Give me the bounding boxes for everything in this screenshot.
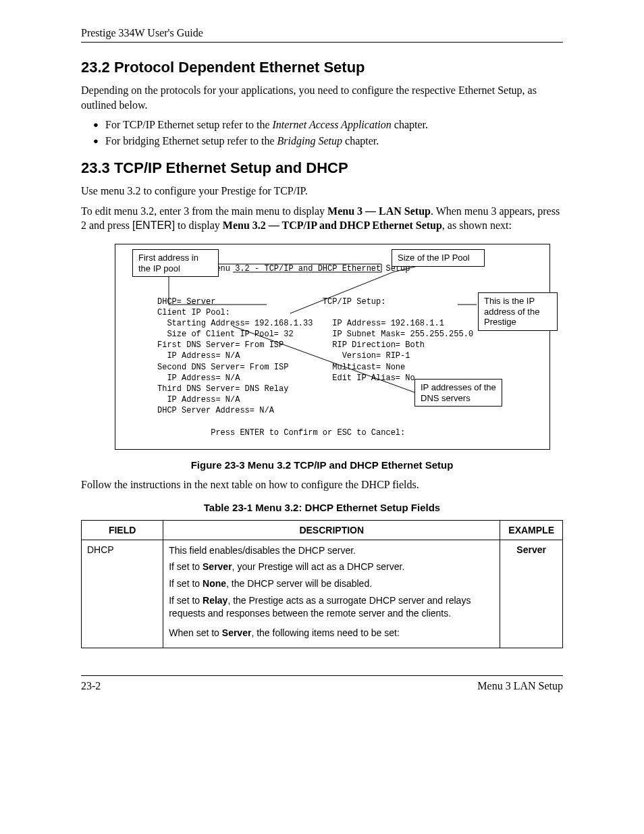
bullet-bridging-post: chapter.	[342, 135, 379, 147]
callout-dns-servers: IP addresses of the DNS servers	[414, 379, 502, 407]
terminal-footer: Press ENTER to Confirm or ESC to Cancel:	[157, 428, 405, 438]
table-23-1-caption: Table 23-1 Menu 3.2: DHCP Ethernet Setup…	[81, 502, 563, 513]
header-divider	[81, 42, 563, 43]
callout-size-pool: Size of the IP Pool	[392, 249, 485, 267]
d4-pre: If set to	[169, 595, 203, 606]
figure-23-3-caption: Figure 23-3 Menu 3.2 TCP/IP and DHCP Eth…	[81, 459, 563, 471]
td-desc-dhcp: This field enables/disables the DHCP ser…	[163, 540, 500, 648]
d4-b: Relay	[203, 595, 227, 606]
section-23-2-intro: Depending on the protocols for your appl…	[81, 83, 563, 112]
p2-menu3: Menu 3 — LAN Setup	[327, 205, 431, 217]
table-row: DHCP This field enables/disables the DHC…	[82, 540, 563, 648]
footer-page-num: 23-2	[81, 680, 101, 692]
bullet-bridging-pre: For bridging Ethernet setup refer to the	[105, 135, 277, 147]
p2-mid2: to display	[175, 219, 223, 231]
bullet-tcpip: For TCP/IP Ethernet setup refer to the I…	[93, 119, 563, 131]
p2-pre: To edit menu 3.2, enter 3 from the main …	[81, 205, 327, 217]
th-description: DESCRIPTION	[163, 520, 500, 540]
d3-post: , the DHCP server will be disabled.	[226, 578, 372, 589]
figure-23-3: First address in the IP pool Size of the…	[115, 244, 550, 450]
header-title: Prestige 334W User's Guide	[81, 27, 563, 39]
d5-post: , the following items need to be set:	[251, 627, 399, 638]
th-field: FIELD	[82, 520, 163, 540]
after-figure-text: Follow the instructions in the next tabl…	[81, 477, 563, 492]
d5-pre: When set to	[169, 627, 222, 638]
section-23-2-heading: 23.2 Protocol Dependent Ethernet Setup	[81, 59, 563, 76]
d1: This field enables/disables the DHCP ser…	[169, 545, 356, 556]
td-example-dhcp: Server	[500, 540, 563, 648]
bullet-tcpip-post: chapter.	[392, 119, 428, 130]
p2-menu32: Menu 3.2 — TCP/IP and DHCP Ethernet Setu…	[223, 219, 442, 231]
p2-post: , as shown next:	[442, 219, 512, 231]
td-field-dhcp: DHCP	[82, 540, 163, 648]
th-example: EXAMPLE	[500, 520, 563, 540]
bullet-tcpip-em: Internet Access Application	[273, 119, 392, 130]
d2-b: Server	[203, 561, 232, 572]
section-23-3-p1: Use menu 3.2 to configure your Prestige …	[81, 184, 563, 199]
section-23-3-p2: To edit menu 3.2, enter 3 from the main …	[81, 204, 563, 233]
bullet-tcpip-pre: For TCP/IP Ethernet setup refer to the	[105, 119, 273, 130]
d5-b: Server	[222, 627, 252, 638]
d2-post: , your Prestige will act as a DHCP serve…	[232, 561, 405, 572]
p2-enter-key: [ENTER]	[132, 219, 175, 231]
table-23-1: FIELD DESCRIPTION EXAMPLE DHCP This fiel…	[81, 520, 563, 648]
bullet-bridging: For bridging Ethernet setup refer to the…	[93, 135, 563, 147]
callout-ip-prestige: This is the IP address of the Prestige	[478, 292, 558, 331]
footer-section: Menu 3 LAN Setup	[477, 680, 563, 692]
section-23-2-bullets: For TCP/IP Ethernet setup refer to the I…	[81, 119, 563, 147]
d3-b: None	[203, 578, 226, 589]
table-header-row: FIELD DESCRIPTION EXAMPLE	[82, 520, 563, 540]
page-footer: 23-2 Menu 3 LAN Setup	[81, 680, 563, 692]
d2-pre: If set to	[169, 561, 203, 572]
bullet-bridging-em: Bridging Setup	[277, 135, 342, 147]
section-23-3-heading: 23.3 TCP/IP Ethernet Setup and DHCP	[81, 159, 563, 177]
callout-first-address: First address in the IP pool	[132, 249, 219, 277]
footer-divider	[81, 675, 563, 676]
d3-pre: If set to	[169, 578, 203, 589]
